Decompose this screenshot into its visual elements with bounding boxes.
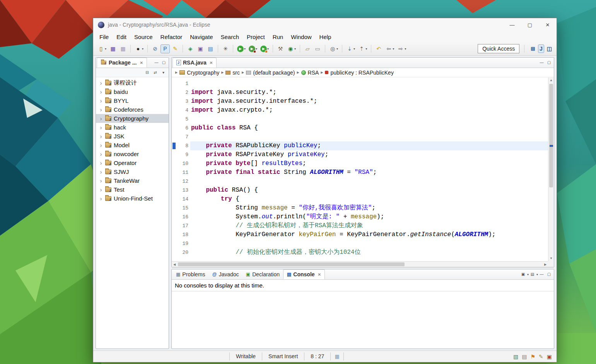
open-coverage-session-button[interactable]: ◉▾ <box>286 44 297 53</box>
edit-trim-icon[interactable]: ✎ <box>539 354 543 360</box>
previous-annotation-button[interactable]: ⇡▾ <box>357 44 368 53</box>
vertical-scroll-track[interactable] <box>548 83 554 256</box>
tree-item-byyl[interactable]: ›BYYL <box>96 96 169 105</box>
expand-arrow-icon[interactable]: › <box>99 116 103 122</box>
new-dropdown-icon[interactable]: ▾ <box>105 47 106 51</box>
toggle-mark-occurrences-button[interactable]: ✎ <box>171 44 180 53</box>
close-tab-icon[interactable]: ✕ <box>140 61 143 65</box>
horizontal-scroll-track[interactable] <box>177 262 543 267</box>
quick-access-button[interactable]: Quick Access <box>478 44 519 53</box>
menu-navigate[interactable]: Navigate <box>186 32 217 41</box>
maximize-view-button[interactable]: ▢ <box>545 271 553 277</box>
status-insert-mode[interactable]: Smart Insert <box>262 352 304 361</box>
tab-problems[interactable]: ▦Problems <box>172 269 208 279</box>
menu-project[interactable]: Project <box>243 32 269 41</box>
breadcrumb-src[interactable]: src <box>225 70 240 76</box>
menu-refactor[interactable]: Refactor <box>157 32 186 41</box>
menu-edit[interactable]: Edit <box>113 32 130 41</box>
run-external-tools-dropdown-icon[interactable]: ▾ <box>267 47 269 51</box>
expand-arrow-icon[interactable]: › <box>99 89 103 95</box>
menu-help[interactable]: Help <box>316 32 335 41</box>
expand-arrow-icon[interactable]: › <box>99 169 103 175</box>
previous-annotation-dropdown-icon[interactable]: ▾ <box>365 47 367 51</box>
next-annotation-button[interactable]: ⇣▾ <box>345 44 356 53</box>
code-line-11[interactable]: private final static String ALGORITHM = … <box>190 168 548 177</box>
show-view-trim-icon[interactable]: ▧ <box>513 354 518 360</box>
run-dropdown-icon[interactable]: ▾ <box>244 47 246 51</box>
code-line-3[interactable]: import java.security.interfaces.*; <box>190 97 548 106</box>
tree-item-baidu[interactable]: ›baidu <box>96 87 169 96</box>
search-button[interactable]: ◎▾ <box>328 44 339 53</box>
breadcrumb-rsa[interactable]: RSA <box>301 70 319 76</box>
account-dropdown-icon[interactable]: ▾ <box>142 47 143 51</box>
save-all-button[interactable]: ▩ <box>118 44 128 53</box>
open-resource-button[interactable]: ▭ <box>313 44 322 53</box>
expand-arrow-icon[interactable]: › <box>99 160 103 166</box>
code-line-13[interactable]: public RSA() { <box>190 186 548 195</box>
vertical-scroll-thumb[interactable] <box>549 84 553 187</box>
expand-arrow-icon[interactable]: › <box>99 187 103 193</box>
code-line-1[interactable] <box>190 79 548 88</box>
tab-rsa-java[interactable]: RSA.java ✕ <box>172 58 217 68</box>
breadcrumb-publickey-rsapublickey[interactable]: publicKey : RSAPublicKey <box>325 70 393 76</box>
close-console-tab-icon[interactable]: ✕ <box>318 272 321 277</box>
code-line-4[interactable]: import javax.crypto.*; <box>190 106 548 115</box>
minimize-view-button[interactable]: — <box>153 60 160 66</box>
status-misc-icon[interactable]: ▦ <box>330 352 343 361</box>
close-button[interactable]: ✕ <box>539 18 557 31</box>
open-console-button[interactable]: ▣ <box>519 271 527 277</box>
code-area[interactable]: 1234567891011121314151617181920 import j… <box>172 78 548 261</box>
tree-item-test[interactable]: ›Test <box>96 185 169 194</box>
code-line-14[interactable]: try { <box>190 195 548 204</box>
code-line-20[interactable]: // 初始化密钥对生成器，密钥大小为1024位 <box>190 248 548 257</box>
open-type-button[interactable]: ▱ <box>303 44 312 53</box>
code-line-17[interactable]: // 生成公钥和私钥对，基于RSA算法生成对象 <box>190 221 548 230</box>
tab-package-explorer[interactable]: Package ... ✕ <box>97 58 147 68</box>
search-dropdown-icon[interactable]: ▾ <box>336 47 338 51</box>
coverage-button[interactable]: ▶▾ <box>248 44 258 53</box>
code-content[interactable]: import java.security.*;import java.secur… <box>190 78 548 261</box>
menu-file[interactable]: File <box>96 32 113 41</box>
code-line-15[interactable]: String message = "你好,我很喜欢加密算法"; <box>190 204 548 213</box>
tree-item-union-find-set[interactable]: ›Union-Find-Set <box>96 194 169 203</box>
forward-button[interactable]: ⇨▾ <box>396 44 407 53</box>
collapse-all-button[interactable]: ⊟ <box>143 70 151 76</box>
tab-declaration[interactable]: ▣Declaration <box>242 269 283 279</box>
code-line-2[interactable]: import java.security.*; <box>190 88 548 97</box>
run-external-tools-button[interactable]: ▶▾ <box>259 44 270 53</box>
tree-item-sjwj[interactable]: ›SJWJ <box>96 167 169 176</box>
run-button[interactable]: ▶▾ <box>236 44 247 53</box>
tutorials-trim-icon[interactable]: ▤ <box>522 354 527 360</box>
minimize-view-button[interactable]: — <box>538 271 545 277</box>
expand-arrow-icon[interactable]: › <box>99 151 103 157</box>
new-button[interactable]: ▯▾ <box>96 44 108 53</box>
code-line-7[interactable] <box>190 133 548 141</box>
generate-javadoc-button[interactable]: ▣ <box>196 44 205 53</box>
tree-item-operator[interactable]: ›Operator <box>96 158 169 167</box>
view-menu-button[interactable]: ▾ <box>160 70 167 76</box>
skip-all-breakpoints-button[interactable]: ⊘ <box>150 44 160 53</box>
expand-arrow-icon[interactable]: › <box>99 178 103 184</box>
breadcrumb-arrow-icon[interactable]: ▶ <box>221 71 224 74</box>
tab-javadoc[interactable]: @Javadoc <box>208 269 242 279</box>
code-line-9[interactable]: private RSAPrivateKey privateKey; <box>190 150 548 159</box>
tree-item-model[interactable]: ›Model <box>96 141 169 150</box>
menu-source[interactable]: Source <box>130 32 157 41</box>
overview-annotation-marker[interactable] <box>550 145 553 147</box>
toggle-breadcrumb-button[interactable]: P <box>161 44 170 53</box>
expand-arrow-icon[interactable]: › <box>99 98 103 104</box>
expand-arrow-icon[interactable]: › <box>99 196 103 202</box>
minimize-button[interactable]: — <box>503 18 521 31</box>
display-selected-console-button[interactable]: ▤ <box>529 271 536 277</box>
expand-arrow-icon[interactable]: › <box>99 142 103 148</box>
tree-item-item[interactable]: ›课程设计 <box>96 78 169 87</box>
scroll-left-icon[interactable]: ◀ <box>172 263 177 266</box>
open-coverage-session-dropdown-icon[interactable]: ▾ <box>294 47 296 51</box>
tree-item-nowcoder[interactable]: ›nowcoder <box>96 150 169 158</box>
next-annotation-dropdown-icon[interactable]: ▾ <box>354 47 355 51</box>
horizontal-scroll-thumb[interactable] <box>178 262 405 266</box>
vertical-scrollbar[interactable]: ▲ ▼ <box>548 78 554 261</box>
code-line-12[interactable] <box>190 177 548 186</box>
close-editor-tab-icon[interactable]: ✕ <box>210 61 213 65</box>
title-bar[interactable]: java - Cryptography/src/RSA.java - Eclip… <box>93 18 557 31</box>
